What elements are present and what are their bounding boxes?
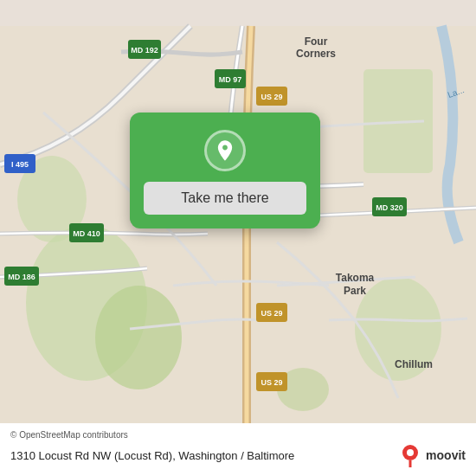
svg-text:US 29: US 29 bbox=[261, 309, 282, 318]
svg-text:Takoma: Takoma bbox=[336, 272, 375, 284]
location-card: Take me there bbox=[130, 113, 320, 228]
map-container[interactable]: I 495 MD 192 MD 97 MD 390 MD 320 MD 410 … bbox=[0, 0, 476, 476]
address-row: 1310 Locust Rd NW (Locust Rd), Washingto… bbox=[10, 443, 466, 467]
moovit-logo: moovit bbox=[398, 443, 466, 467]
svg-text:MD 320: MD 320 bbox=[376, 203, 403, 212]
address-label: 1310 Locust Rd NW (Locust Rd), Washingto… bbox=[10, 449, 398, 462]
svg-text:Four: Four bbox=[305, 35, 328, 48]
svg-text:MD 192: MD 192 bbox=[131, 46, 158, 55]
map-attribution: © OpenStreetMap contributors bbox=[10, 430, 466, 440]
svg-text:Chillum: Chillum bbox=[395, 358, 433, 370]
location-pin bbox=[204, 130, 246, 171]
svg-point-2 bbox=[95, 286, 182, 389]
svg-text:Park: Park bbox=[344, 285, 366, 297]
svg-text:Corners: Corners bbox=[296, 48, 336, 60]
svg-text:MD 97: MD 97 bbox=[219, 75, 242, 84]
svg-text:US 29: US 29 bbox=[261, 378, 282, 387]
map-pin-icon bbox=[213, 138, 237, 163]
moovit-text: moovit bbox=[426, 448, 466, 462]
svg-text:MD 186: MD 186 bbox=[8, 273, 35, 281]
svg-text:US 29: US 29 bbox=[261, 93, 282, 101]
moovit-logo-icon bbox=[398, 443, 422, 467]
svg-text:I 495: I 495 bbox=[11, 160, 29, 169]
take-me-there-button[interactable]: Take me there bbox=[144, 182, 306, 215]
svg-text:MD 410: MD 410 bbox=[73, 229, 100, 238]
svg-point-34 bbox=[407, 449, 414, 456]
bottom-bar: © OpenStreetMap contributors 1310 Locust… bbox=[0, 423, 476, 476]
